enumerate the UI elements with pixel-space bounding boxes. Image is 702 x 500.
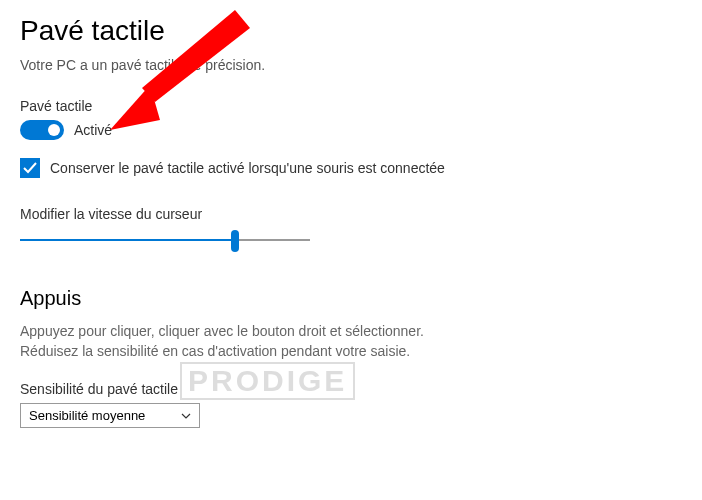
check-icon [22,160,38,176]
taps-description: Appuyez pour cliquer, cliquer avec le bo… [20,322,682,361]
keep-with-mouse-checkbox[interactable] [20,158,40,178]
sensitivity-select[interactable]: Sensibilité moyenne [20,403,200,428]
chevron-down-icon [181,411,191,421]
slider-fill [20,239,235,241]
taps-heading: Appuis [20,287,682,310]
page-subtitle: Votre PC a un pavé tactile de précision. [20,57,682,73]
page-title: Pavé tactile [20,15,682,47]
sensitivity-label: Sensibilité du pavé tactile [20,381,682,397]
cursor-speed-slider[interactable] [20,228,310,252]
keep-with-mouse-label: Conserver le pavé tactile activé lorsqu'… [50,160,445,176]
touchpad-toggle[interactable] [20,120,64,140]
touchpad-toggle-state: Activé [74,122,112,138]
touchpad-label: Pavé tactile [20,98,682,114]
sensitivity-selected-value: Sensibilité moyenne [29,408,145,423]
slider-thumb[interactable] [231,230,239,252]
cursor-speed-label: Modifier la vitesse du curseur [20,206,682,222]
